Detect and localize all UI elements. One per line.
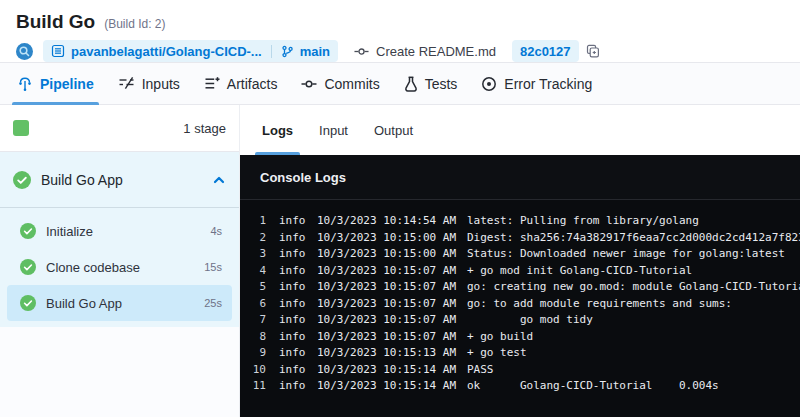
tab-error-tracking[interactable]: Error Tracking — [481, 63, 592, 104]
log-line: 2info10/3/2023 10:15:00 AMDigest: sha256… — [240, 230, 800, 247]
inputs-icon — [118, 76, 135, 91]
log-line: 9info10/3/2023 10:15:13 AM+ go test — [240, 345, 800, 362]
log-time: 10/3/2023 10:15:07 AM — [317, 263, 458, 280]
log-line-number: 6 — [240, 296, 266, 313]
log-message: + go test — [467, 345, 527, 362]
commit-icon — [354, 44, 369, 59]
stage-name: Build Go App — [41, 172, 123, 188]
log-tabbar: Logs Input Output — [240, 105, 800, 155]
stage-header[interactable]: Build Go App — [0, 152, 239, 208]
commit-message: Create README.md — [376, 44, 496, 59]
log-line-number: 3 — [240, 246, 266, 263]
commit-hash-pill[interactable]: 82c0127 — [512, 40, 579, 62]
tab-label: Error Tracking — [504, 76, 592, 92]
log-time: 10/3/2023 10:15:00 AM — [317, 246, 458, 263]
log-line-number: 2 — [240, 230, 266, 247]
title-row: Build Go (Build Id: 2) — [16, 11, 784, 33]
log-line: 10info10/3/2023 10:15:14 AMPASS — [240, 362, 800, 379]
pipeline-sidebar: 1 stage Build Go App Initialize 4s — [0, 105, 240, 417]
tab-label: Tests — [425, 76, 458, 92]
log-level: info — [279, 362, 309, 379]
step-clone-codebase[interactable]: Clone codebase 15s — [7, 249, 232, 285]
console-title: Console Logs — [260, 170, 346, 185]
log-level: info — [279, 345, 309, 362]
log-level: info — [279, 230, 309, 247]
console-log-body[interactable]: 1info10/3/2023 10:14:54 AMlatest: Pullin… — [240, 200, 800, 417]
tab-label: Input — [319, 123, 348, 138]
step-name: Clone codebase — [46, 260, 140, 275]
commit-hash[interactable]: 82c0127 — [520, 44, 571, 59]
check-circle-icon — [13, 171, 31, 189]
build-header: Build Go (Build Id: 2) pavanbelagatti/Go… — [0, 0, 800, 62]
log-level: info — [279, 296, 309, 313]
log-time: 10/3/2023 10:15:13 AM — [317, 345, 458, 362]
log-message: + go mod init Golang-CICD-Tutorial — [467, 263, 692, 280]
log-level: info — [279, 213, 309, 230]
log-line: 11info10/3/2023 10:15:14 AMok Golang-CIC… — [240, 378, 800, 395]
page-title: Build Go — [16, 11, 95, 33]
log-line-number: 11 — [240, 378, 266, 395]
branch-name[interactable]: main — [300, 44, 330, 59]
branch-icon — [281, 45, 294, 58]
tab-input[interactable]: Input — [319, 105, 348, 155]
tests-icon — [404, 76, 418, 92]
step-build-go-app[interactable]: Build Go App 25s — [7, 285, 232, 321]
log-time: 10/3/2023 10:15:07 AM — [317, 329, 458, 346]
tab-label: Commits — [324, 76, 379, 92]
chevron-up-icon[interactable] — [212, 173, 226, 187]
log-message: + go build — [467, 329, 533, 346]
check-circle-icon — [20, 295, 36, 311]
tab-inputs[interactable]: Inputs — [118, 63, 180, 104]
main-content: 1 stage Build Go App Initialize 4s — [0, 105, 800, 417]
repo-name[interactable]: pavanbelagatti/Golang-CICD-... — [71, 44, 262, 59]
tab-label: Logs — [262, 123, 293, 138]
main-tabbar: Pipeline Inputs Artifacts Commits Tests … — [0, 62, 800, 105]
log-level: info — [279, 246, 309, 263]
check-circle-icon — [20, 223, 36, 239]
step-duration: 25s — [204, 297, 222, 309]
log-time: 10/3/2023 10:15:14 AM — [317, 362, 458, 379]
tab-output[interactable]: Output — [374, 105, 413, 155]
artifacts-icon — [204, 76, 220, 91]
tab-commits[interactable]: Commits — [301, 63, 379, 104]
log-level: info — [279, 279, 309, 296]
tab-pipeline[interactable]: Pipeline — [17, 63, 94, 104]
log-line-number: 5 — [240, 279, 266, 296]
repo-branch-pill[interactable]: pavanbelagatti/Golang-CICD-... main — [43, 40, 338, 62]
tab-label: Pipeline — [40, 76, 94, 92]
log-level: info — [279, 312, 309, 329]
log-line: 6info10/3/2023 10:15:07 AMgo: to add mod… — [240, 296, 800, 313]
log-line: 3info10/3/2023 10:15:00 AMStatus: Downlo… — [240, 246, 800, 263]
log-line: 7info10/3/2023 10:15:07 AM go mod tidy — [240, 312, 800, 329]
log-time: 10/3/2023 10:15:00 AM — [317, 230, 458, 247]
commits-icon — [301, 76, 317, 92]
log-message: go mod tidy — [467, 312, 593, 329]
log-time: 10/3/2023 10:15:14 AM — [317, 378, 458, 395]
tab-label: Artifacts — [227, 76, 278, 92]
log-line-number: 8 — [240, 329, 266, 346]
pipeline-icon — [17, 76, 33, 92]
log-message: ok Golang-CICD-Tutorial 0.004s — [467, 378, 719, 395]
tab-artifacts[interactable]: Artifacts — [204, 63, 278, 104]
console-header[interactable]: Console Logs — [240, 155, 800, 200]
error-tracking-icon — [481, 76, 497, 92]
stage-group: Build Go App Initialize 4s Clo — [0, 152, 239, 327]
build-id-label: (Build Id: 2) — [104, 17, 165, 31]
log-line-number: 7 — [240, 312, 266, 329]
log-time: 10/3/2023 10:15:07 AM — [317, 312, 458, 329]
tab-tests[interactable]: Tests — [404, 63, 458, 104]
stage-status-square — [13, 120, 29, 136]
log-line-number: 10 — [240, 362, 266, 379]
tab-logs[interactable]: Logs — [262, 105, 293, 155]
pill-divider — [271, 45, 272, 58]
build-meta-row: pavanbelagatti/Golang-CICD-... main Crea… — [16, 40, 784, 62]
repo-icon — [51, 44, 65, 58]
copy-hash-button[interactable] — [586, 44, 600, 58]
step-initialize[interactable]: Initialize 4s — [7, 213, 232, 249]
log-line: 4info10/3/2023 10:15:07 AM+ go mod init … — [240, 263, 800, 280]
step-list: Initialize 4s Clone codebase 15s Build G… — [0, 208, 239, 327]
stage-summary-row: 1 stage — [0, 105, 239, 152]
step-name: Initialize — [46, 224, 93, 239]
log-level: info — [279, 329, 309, 346]
commit-info: Create README.md — [354, 44, 496, 59]
